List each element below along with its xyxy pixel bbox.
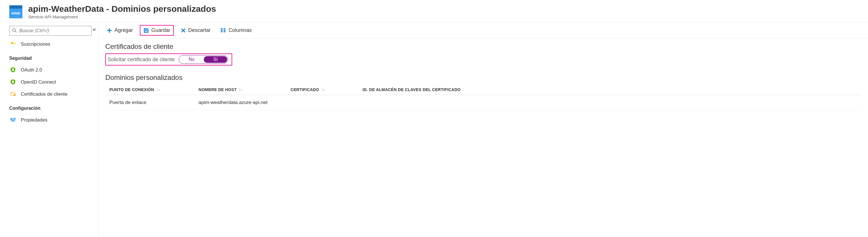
button-label: Guardar bbox=[151, 27, 170, 33]
certificate-icon bbox=[10, 91, 16, 97]
sidebar-item-label: OpenID Connect bbox=[21, 79, 56, 85]
svg-rect-21 bbox=[14, 118, 15, 119]
sliders-icon bbox=[10, 116, 16, 123]
sidebar-item-label: OAuth 2.0 bbox=[21, 67, 42, 73]
column-header-endpoint[interactable]: PUNTO DE CONEXIÓN ↑↓ bbox=[109, 87, 198, 92]
svg-rect-24 bbox=[145, 28, 147, 30]
svg-rect-29 bbox=[221, 30, 223, 31]
column-header-label: NOMBRE DE HOST bbox=[198, 87, 237, 92]
cell-endpoint: Puerta de enlace bbox=[109, 100, 198, 105]
sort-icon: ↑↓ bbox=[321, 88, 325, 92]
svg-rect-7 bbox=[15, 43, 15, 44]
page-header: www apim-WeatherData - Dominios personal… bbox=[0, 0, 868, 23]
save-button[interactable]: Guardar bbox=[140, 25, 174, 36]
sidebar-item-propiedades[interactable]: Propiedades bbox=[9, 114, 94, 126]
main-content: Agregar Guardar Descartar bbox=[98, 23, 868, 237]
columns-icon bbox=[220, 28, 226, 33]
sort-icon: ↑↓ bbox=[156, 88, 160, 92]
svg-rect-32 bbox=[223, 30, 225, 31]
toggle-on-label: Sí bbox=[204, 56, 227, 63]
add-button[interactable]: Agregar bbox=[103, 26, 136, 35]
toggle-label: Solicitar certificado de cliente bbox=[107, 57, 175, 63]
toolbar: Agregar Guardar Descartar bbox=[98, 23, 868, 38]
section-title-certificados: Certificados de cliente bbox=[105, 42, 861, 50]
column-header-label: PUNTO DE CONEXIÓN bbox=[109, 87, 154, 92]
plus-icon bbox=[106, 28, 112, 33]
shield-green-icon bbox=[10, 79, 16, 85]
page-title: apim-WeatherData - Dominios personalizad… bbox=[28, 4, 216, 14]
search-input[interactable] bbox=[9, 26, 92, 36]
table-row[interactable]: Puerta de enlace apim-weatherdata.azure-… bbox=[105, 95, 861, 110]
column-header-cert[interactable]: CERTIFICADO ↑↓ bbox=[290, 87, 363, 92]
sidebar: « Suscripciones Seguridad bbox=[0, 23, 98, 237]
column-header-label: CERTIFICADO bbox=[290, 87, 319, 92]
svg-rect-31 bbox=[223, 28, 225, 29]
request-client-cert-row: Solicitar certificado de cliente No Sí bbox=[105, 54, 232, 66]
svg-rect-19 bbox=[11, 118, 12, 120]
svg-rect-1 bbox=[9, 5, 22, 9]
button-label: Columnas bbox=[228, 27, 252, 33]
column-header-kv[interactable]: ID. DE ALMACÉN DE CLAVES DEL CERTIFICADO bbox=[363, 87, 857, 92]
svg-point-13 bbox=[13, 94, 15, 96]
button-label: Agregar bbox=[115, 27, 133, 33]
svg-point-3 bbox=[13, 29, 16, 32]
save-icon bbox=[143, 28, 149, 33]
svg-rect-30 bbox=[221, 31, 223, 32]
sidebar-item-oauth2[interactable]: OAuth 2.0 bbox=[9, 64, 94, 76]
sidebar-item-suscripciones[interactable]: Suscripciones bbox=[9, 38, 94, 50]
button-label: Descartar bbox=[188, 27, 211, 33]
sort-icon: ↑↓ bbox=[239, 88, 243, 92]
table-header: PUNTO DE CONEXIÓN ↑↓ NOMBRE DE HOST ↑↓ C… bbox=[105, 84, 861, 95]
sidebar-item-label: Suscripciones bbox=[21, 41, 50, 47]
svg-rect-28 bbox=[221, 28, 223, 29]
svg-text:www: www bbox=[11, 11, 21, 15]
svg-point-5 bbox=[11, 42, 13, 44]
discard-button[interactable]: Descartar bbox=[178, 26, 214, 35]
svg-rect-25 bbox=[145, 31, 147, 32]
key-icon bbox=[10, 41, 16, 47]
section-title-dominios: Dominios personalizados bbox=[105, 73, 861, 81]
svg-rect-33 bbox=[223, 31, 225, 32]
svg-line-4 bbox=[15, 31, 17, 32]
svg-rect-20 bbox=[12, 120, 13, 121]
close-icon bbox=[181, 28, 186, 33]
request-client-cert-toggle[interactable]: No Sí bbox=[179, 55, 228, 64]
sidebar-item-certificados-cliente[interactable]: Certificados de cliente bbox=[9, 88, 94, 100]
service-icon: www bbox=[9, 5, 23, 19]
sidebar-item-label: Certificados de cliente bbox=[21, 91, 67, 97]
columns-button[interactable]: Columnas bbox=[217, 26, 255, 35]
sidebar-group-header-configuracion: Configuración bbox=[9, 106, 94, 111]
column-header-label: ID. DE ALMACÉN DE CLAVES DEL CERTIFICADO bbox=[363, 87, 461, 92]
sidebar-item-openid[interactable]: OpenID Connect bbox=[9, 76, 94, 88]
column-header-host[interactable]: NOMBRE DE HOST ↑↓ bbox=[198, 87, 290, 92]
page-subtitle: Servicio API Management bbox=[28, 14, 216, 19]
sidebar-search bbox=[9, 26, 94, 36]
sidebar-item-label: Propiedades bbox=[21, 117, 48, 123]
shield-green-icon bbox=[10, 67, 16, 73]
toggle-off-label: No bbox=[180, 57, 204, 62]
sidebar-group-header-seguridad: Seguridad bbox=[9, 56, 94, 61]
cell-host: apim-weatherdata.azure-api.net bbox=[198, 100, 290, 105]
search-icon bbox=[12, 28, 17, 34]
